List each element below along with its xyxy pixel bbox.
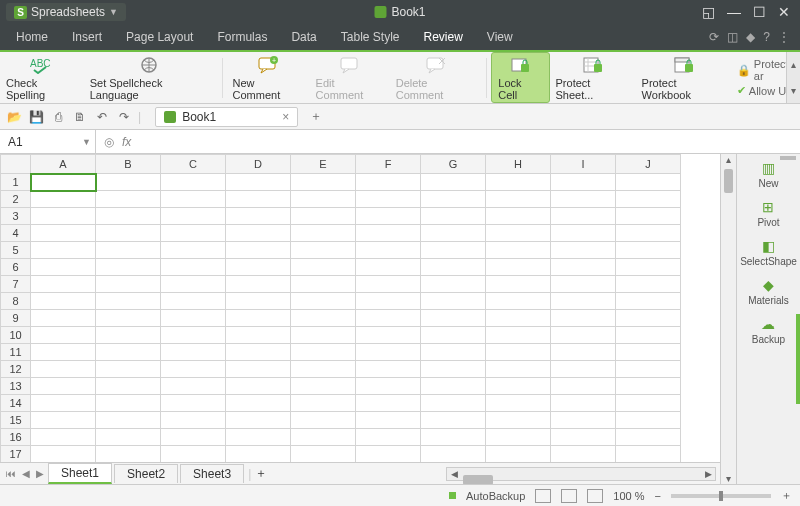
cell[interactable] — [31, 191, 96, 208]
sheet-tab-2[interactable]: Sheet2 — [114, 464, 178, 483]
row-header[interactable]: 10 — [1, 327, 31, 344]
cell[interactable] — [161, 225, 226, 242]
cell[interactable] — [356, 327, 421, 344]
cell[interactable] — [226, 293, 291, 310]
new-comment-button[interactable]: + New Comment — [227, 52, 310, 103]
cell[interactable] — [31, 208, 96, 225]
cell[interactable] — [226, 259, 291, 276]
cell[interactable] — [291, 327, 356, 344]
cell[interactable] — [616, 293, 681, 310]
cell[interactable] — [291, 191, 356, 208]
cell[interactable] — [421, 429, 486, 446]
cell[interactable] — [226, 361, 291, 378]
cell[interactable] — [96, 446, 161, 463]
print-preview-icon[interactable]: 🗎 — [72, 109, 88, 125]
tab-review[interactable]: Review — [412, 24, 475, 52]
cell[interactable] — [226, 395, 291, 412]
settings-icon[interactable]: ◆ — [746, 30, 755, 44]
name-box[interactable]: A1 ▼ — [0, 130, 96, 153]
cell[interactable] — [356, 259, 421, 276]
cell[interactable] — [486, 446, 551, 463]
cell[interactable] — [96, 344, 161, 361]
cell[interactable] — [486, 276, 551, 293]
cell[interactable] — [161, 259, 226, 276]
select-all-corner[interactable] — [1, 155, 31, 174]
cell[interactable] — [31, 378, 96, 395]
cell[interactable] — [486, 191, 551, 208]
cell[interactable] — [96, 225, 161, 242]
cell[interactable] — [486, 293, 551, 310]
chevron-down-icon[interactable]: ▼ — [82, 137, 91, 147]
cell[interactable] — [291, 310, 356, 327]
cell[interactable] — [616, 446, 681, 463]
view-reading-icon[interactable] — [587, 489, 603, 503]
row-header[interactable]: 1 — [1, 174, 31, 191]
cell[interactable] — [551, 429, 616, 446]
zoom-level[interactable]: 100 % — [613, 490, 644, 502]
protect-sheet-button[interactable]: Protect Sheet... — [550, 52, 636, 103]
row-header[interactable]: 13 — [1, 378, 31, 395]
window-maximize-icon[interactable]: ☐ — [753, 4, 766, 20]
cell[interactable] — [291, 412, 356, 429]
cell[interactable] — [96, 242, 161, 259]
cell[interactable] — [616, 378, 681, 395]
cell[interactable] — [356, 361, 421, 378]
cell[interactable] — [356, 208, 421, 225]
row-header[interactable]: 16 — [1, 429, 31, 446]
cell[interactable] — [31, 344, 96, 361]
cell[interactable] — [96, 191, 161, 208]
sheet-tab-3[interactable]: Sheet3 — [180, 464, 244, 483]
window-minimize-icon[interactable]: — — [727, 4, 741, 20]
zoom-in-button[interactable]: ＋ — [781, 488, 792, 503]
cell[interactable] — [31, 225, 96, 242]
cell[interactable] — [356, 344, 421, 361]
print-icon[interactable]: ⎙ — [50, 109, 66, 125]
column-header[interactable]: H — [486, 155, 551, 174]
cell[interactable] — [226, 344, 291, 361]
app-menu-button[interactable]: S Spreadsheets ▼ — [6, 3, 126, 21]
row-header[interactable]: 14 — [1, 395, 31, 412]
cell[interactable] — [226, 191, 291, 208]
cell[interactable] — [421, 327, 486, 344]
cell[interactable] — [96, 276, 161, 293]
window-close-icon[interactable]: ✕ — [778, 4, 790, 20]
cell[interactable] — [161, 293, 226, 310]
cell[interactable] — [616, 191, 681, 208]
cell[interactable] — [31, 361, 96, 378]
tab-table-style[interactable]: Table Style — [329, 24, 412, 50]
window-compact-icon[interactable]: ◱ — [702, 4, 715, 20]
cell[interactable] — [96, 412, 161, 429]
cell[interactable] — [291, 361, 356, 378]
cell[interactable] — [421, 276, 486, 293]
cell[interactable] — [421, 208, 486, 225]
cell[interactable] — [161, 412, 226, 429]
cell[interactable] — [551, 446, 616, 463]
row-header[interactable]: 17 — [1, 446, 31, 463]
skin-icon[interactable]: ◫ — [727, 30, 738, 44]
cell[interactable] — [356, 191, 421, 208]
autobackup-label[interactable]: AutoBackup — [466, 490, 525, 502]
view-normal-icon[interactable] — [535, 489, 551, 503]
add-sheet-button[interactable]: ＋ — [255, 465, 267, 482]
cell[interactable] — [616, 361, 681, 378]
cell[interactable] — [551, 174, 616, 191]
ribbon-scrollbar[interactable]: ▴▾ — [786, 52, 800, 103]
cell[interactable] — [421, 446, 486, 463]
cell[interactable] — [486, 429, 551, 446]
cell[interactable] — [161, 446, 226, 463]
cell[interactable] — [486, 361, 551, 378]
cell[interactable] — [356, 395, 421, 412]
save-icon[interactable]: 💾 — [28, 109, 44, 125]
vertical-scrollbar[interactable]: ▴ ▾ — [720, 154, 736, 484]
horizontal-scrollbar[interactable]: ◀▶ — [446, 467, 716, 481]
row-header[interactable]: 7 — [1, 276, 31, 293]
zoom-slider[interactable] — [671, 494, 771, 498]
cell[interactable] — [161, 429, 226, 446]
cell[interactable] — [551, 259, 616, 276]
cell[interactable] — [616, 327, 681, 344]
cell[interactable] — [486, 242, 551, 259]
cell[interactable] — [161, 361, 226, 378]
cell[interactable] — [291, 293, 356, 310]
sheet-tab-1[interactable]: Sheet1 — [48, 463, 112, 484]
column-header[interactable]: C — [161, 155, 226, 174]
